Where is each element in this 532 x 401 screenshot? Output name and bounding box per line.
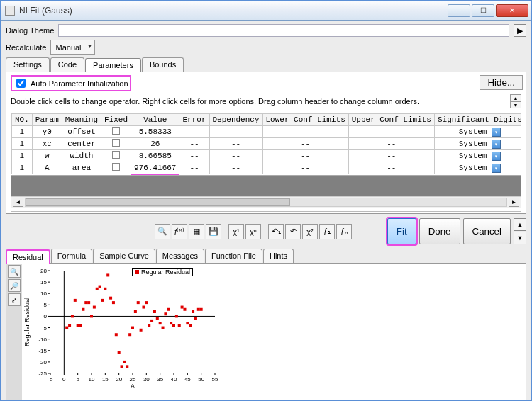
table-row[interactable]: 1wwidth8.66585--------System ▾ <box>12 150 522 162</box>
cell-no[interactable]: 1 <box>12 138 33 150</box>
cell-value[interactable]: 5.58333 <box>131 126 179 138</box>
hscroll-thumb[interactable] <box>26 198 290 206</box>
tab-hints[interactable]: Hints <box>263 249 294 263</box>
tab-messages[interactable]: Messages <box>156 249 204 263</box>
dropdown-icon[interactable]: ▾ <box>492 152 501 161</box>
cell-lcl[interactable]: -- <box>262 126 348 138</box>
scroll-down-button[interactable]: ▼ <box>510 101 521 108</box>
maximize-button[interactable]: ☐ <box>472 4 494 17</box>
fit-button[interactable]: Fit <box>387 218 416 244</box>
save-icon[interactable]: 💾 <box>206 224 221 239</box>
zoom-in-icon[interactable]: 🔍 <box>8 265 21 278</box>
dropdown-icon[interactable]: ▾ <box>492 164 501 173</box>
cell-value[interactable]: 26 <box>131 138 179 150</box>
iterate-x1-icon[interactable]: χ¹ <box>228 224 244 239</box>
dropdown-icon[interactable]: ▾ <box>492 128 501 137</box>
dialog-theme-input[interactable] <box>58 24 509 37</box>
cell-lcl[interactable]: -- <box>262 150 348 162</box>
full-extent-icon[interactable]: ⤢ <box>8 293 21 306</box>
tab-function-file[interactable]: Function File <box>205 249 262 263</box>
cell-error[interactable]: -- <box>179 162 209 174</box>
cell-param[interactable]: y0 <box>32 126 62 138</box>
cell-dep[interactable]: -- <box>209 126 262 138</box>
hscroll-right[interactable]: ► <box>509 198 519 207</box>
cell-dep[interactable]: -- <box>209 138 262 150</box>
cancel-button[interactable]: Cancel <box>463 218 511 244</box>
cell-param[interactable]: xc <box>32 138 62 150</box>
table-row[interactable]: 1xccenter26--------System ▾ <box>12 138 522 150</box>
cell-param[interactable]: A <box>32 162 62 174</box>
chi-icon[interactable]: χ² <box>302 224 318 239</box>
cell-ucl[interactable]: -- <box>348 162 434 174</box>
tab-residual[interactable]: Residual <box>6 249 50 264</box>
auto-param-init-checkbox[interactable] <box>16 79 26 88</box>
cell-lcl[interactable]: -- <box>262 162 348 174</box>
tab-code[interactable]: Code <box>50 57 84 72</box>
cell-value[interactable]: 8.66585 <box>131 150 179 162</box>
recalculate-select[interactable]: Manual <box>50 40 94 55</box>
hide-button[interactable]: Hide... <box>480 75 523 90</box>
col-fixed[interactable]: Fixed <box>101 114 131 126</box>
cell-lcl[interactable]: -- <box>262 138 348 150</box>
tab-formula[interactable]: Formula <box>51 249 92 263</box>
col-no[interactable]: NO. <box>12 114 33 126</box>
cell-fixed[interactable] <box>101 138 131 150</box>
dropdown-icon[interactable]: ▾ <box>492 140 501 149</box>
cell-ucl[interactable]: -- <box>348 138 434 150</box>
cell-fixed[interactable] <box>101 162 131 174</box>
col-ucl[interactable]: Upper Conf Limits <box>348 114 434 126</box>
tab-sample-curve[interactable]: Sample Curve <box>93 249 155 263</box>
cell-meaning[interactable]: center <box>62 138 101 150</box>
cell-dep[interactable]: -- <box>209 162 262 174</box>
cell-no[interactable]: 1 <box>12 150 33 162</box>
search-icon[interactable]: 🔍 <box>155 224 170 239</box>
tab-parameters[interactable]: Parameters <box>85 58 141 72</box>
close-button[interactable]: ✕ <box>496 4 528 17</box>
cell-sig[interactable]: System ▾ <box>434 150 521 162</box>
calc-icon[interactable]: ▦ <box>189 224 204 239</box>
fitn-icon[interactable]: ƒₙ <box>336 224 352 239</box>
hscroll-track[interactable] <box>25 198 507 207</box>
undoall-icon[interactable]: ↶ <box>285 224 301 239</box>
col-lcl[interactable]: Lower Conf Limits <box>262 114 348 126</box>
cell-sig[interactable]: System ▾ <box>434 126 521 138</box>
table-row[interactable]: 1y0offset5.58333--------System ▾ <box>12 126 522 138</box>
done-button[interactable]: Done <box>419 218 460 244</box>
cell-param[interactable]: w <box>32 150 62 162</box>
fit1-icon[interactable]: ƒ₁ <box>319 224 335 239</box>
tab-settings[interactable]: Settings <box>6 57 50 72</box>
col-dependency[interactable]: Dependency <box>209 114 262 126</box>
col-sigdigits[interactable]: Significant Digits <box>434 114 521 126</box>
scroll-up-button[interactable]: ▲ <box>510 94 521 101</box>
zoom-out-icon[interactable]: 🔎 <box>8 279 21 292</box>
cell-fixed[interactable] <box>101 150 131 162</box>
cell-meaning[interactable]: width <box>62 150 101 162</box>
cell-ucl[interactable]: -- <box>348 150 434 162</box>
expand-up-button[interactable]: ▲ <box>514 218 526 231</box>
cell-error[interactable]: -- <box>179 138 209 150</box>
iterate-xn-icon[interactable]: χⁿ <box>245 224 261 239</box>
col-param[interactable]: Param <box>32 114 62 126</box>
cell-sig[interactable]: System ▾ <box>434 138 521 150</box>
cell-meaning[interactable]: offset <box>62 126 101 138</box>
cell-no[interactable]: 1 <box>12 126 33 138</box>
table-row[interactable]: 1Aarea976.41667--------System ▾ <box>12 162 522 174</box>
horizontal-scrollbar[interactable]: ◄ ► <box>11 196 521 208</box>
col-value[interactable]: Value <box>131 114 179 126</box>
cell-error[interactable]: -- <box>179 150 209 162</box>
hscroll-left[interactable]: ◄ <box>13 198 23 207</box>
dialog-theme-menu-button[interactable]: ▶ <box>514 24 526 37</box>
cell-meaning[interactable]: area <box>62 162 101 174</box>
tab-bounds[interactable]: Bounds <box>142 57 184 72</box>
fx-icon[interactable]: f⁽ˣ⁾ <box>172 224 187 239</box>
cell-sig[interactable]: System ▾ <box>434 162 521 174</box>
minimize-button[interactable]: — <box>448 4 470 17</box>
undo1-icon[interactable]: ↶₁ <box>268 224 284 239</box>
cell-ucl[interactable]: -- <box>348 126 434 138</box>
cell-dep[interactable]: -- <box>209 150 262 162</box>
cell-value[interactable]: 976.41667 <box>131 162 179 174</box>
cell-error[interactable]: -- <box>179 126 209 138</box>
col-meaning[interactable]: Meaning <box>62 114 101 126</box>
cell-fixed[interactable] <box>101 126 131 138</box>
cell-no[interactable]: 1 <box>12 162 33 174</box>
